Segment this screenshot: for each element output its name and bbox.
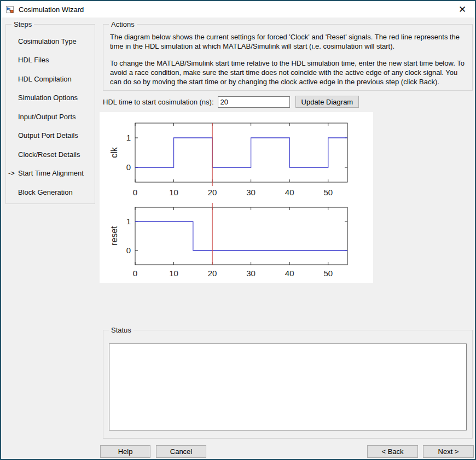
svg-text:40: 40 bbox=[285, 188, 294, 197]
step-start-time-alignment: -> Start Time Alignment bbox=[6, 164, 95, 183]
svg-text:10: 10 bbox=[169, 269, 178, 278]
step-label: Clock/Reset Details bbox=[18, 150, 80, 159]
step-simulation-options: Simulation Options bbox=[6, 89, 95, 108]
next-button[interactable]: Next > bbox=[423, 445, 474, 458]
status-message-box bbox=[109, 343, 467, 430]
waveform-figure: 0102030405001clk 0102030405001reset bbox=[100, 112, 373, 283]
step-output-port-details: Output Port Details bbox=[6, 126, 95, 145]
svg-text:0: 0 bbox=[126, 162, 131, 172]
step-hdl-files: HDL Files bbox=[6, 51, 95, 70]
step-label: Simulation Options bbox=[18, 94, 78, 102]
steps-panel: Steps Cosimulation Type HDL Files HDL Co… bbox=[5, 24, 95, 204]
svg-text:40: 40 bbox=[285, 269, 294, 278]
cancel-button[interactable]: Cancel bbox=[156, 445, 206, 458]
step-label: HDL Files bbox=[18, 56, 49, 64]
svg-text:30: 30 bbox=[246, 269, 256, 278]
steps-legend: Steps bbox=[11, 20, 34, 28]
back-button[interactable]: < Back bbox=[367, 445, 418, 458]
start-time-row: HDL time to start cosimulation (ns): Upd… bbox=[103, 95, 359, 108]
svg-text:50: 50 bbox=[323, 269, 333, 278]
start-time-label: HDL time to start cosimulation (ns): bbox=[103, 98, 214, 106]
actions-panel: Actions The diagram below shows the curr… bbox=[103, 24, 473, 91]
svg-text:0: 0 bbox=[133, 188, 137, 197]
svg-text:1: 1 bbox=[126, 133, 131, 142]
svg-text:10: 10 bbox=[169, 188, 178, 197]
step-clock-reset-details: Clock/Reset Details bbox=[6, 145, 95, 164]
step-label: Block Generation bbox=[18, 188, 73, 196]
status-legend: Status bbox=[109, 326, 133, 334]
step-label: Input/Output Ports bbox=[18, 113, 76, 121]
status-panel: Status bbox=[103, 330, 473, 439]
clk-waveform-chart: 0102030405001clk bbox=[100, 112, 373, 197]
title-bar: Cosimulation Wizard ✕ bbox=[1, 1, 475, 18]
svg-text:30: 30 bbox=[246, 188, 256, 197]
reset-waveform-chart: 0102030405001reset bbox=[100, 200, 373, 285]
active-step-arrow: -> bbox=[6, 169, 18, 177]
step-label: Cosimulation Type bbox=[18, 37, 77, 45]
step-input-output-ports: Input/Output Ports bbox=[6, 107, 95, 126]
step-hdl-compilation: HDL Compilation bbox=[6, 69, 95, 89]
help-button[interactable]: Help bbox=[100, 445, 150, 458]
step-block-generation: Block Generation bbox=[6, 183, 95, 202]
svg-text:reset: reset bbox=[109, 226, 119, 246]
svg-text:20: 20 bbox=[208, 188, 217, 197]
step-label: Output Port Details bbox=[18, 131, 78, 139]
step-label: Start Time Alignment bbox=[18, 169, 84, 177]
cosimulation-wizard-window: Cosimulation Wizard ✕ Steps Cosimulation… bbox=[0, 0, 476, 460]
steps-list: Cosimulation Type HDL Files HDL Compilat… bbox=[6, 25, 95, 202]
update-diagram-button[interactable]: Update Diagram bbox=[295, 96, 359, 108]
svg-text:1: 1 bbox=[126, 217, 131, 226]
svg-text:50: 50 bbox=[323, 188, 333, 197]
actions-paragraph-2: To change the MATLAB/Simulink start time… bbox=[110, 59, 466, 86]
actions-legend: Actions bbox=[109, 20, 137, 28]
svg-text:0: 0 bbox=[133, 269, 137, 278]
step-label: HDL Compilation bbox=[18, 75, 72, 83]
svg-text:20: 20 bbox=[208, 269, 217, 278]
svg-text:clk: clk bbox=[109, 147, 119, 158]
close-icon[interactable]: ✕ bbox=[456, 3, 468, 15]
actions-paragraph-1: The diagram below shows the current sett… bbox=[110, 32, 466, 51]
window-title: Cosimulation Wizard bbox=[19, 5, 84, 14]
start-time-input[interactable] bbox=[218, 96, 290, 108]
step-cosimulation-type: Cosimulation Type bbox=[6, 32, 95, 51]
app-icon bbox=[5, 5, 14, 14]
svg-text:0: 0 bbox=[126, 246, 131, 255]
